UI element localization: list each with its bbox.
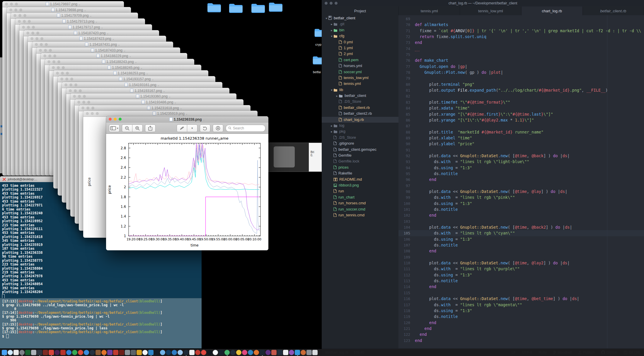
- dock-app-icon-24[interactable]: [137, 350, 142, 355]
- chevron-down-icon[interactable]: ▾: [330, 33, 333, 39]
- preview-toolbar-share-button[interactable]: [145, 124, 156, 132]
- window-titlebar[interactable]: 1.154193360.png⌄: [70, 93, 236, 100]
- dock-app-icon-51[interactable]: [295, 350, 300, 355]
- preview-window-active[interactable]: 1.154236338.png⌄ ▾▾Search marketId 1.154…: [106, 116, 268, 250]
- preview-toolbar-zoom-out-button[interactable]: [122, 124, 132, 132]
- tree-item-run_tennis-cmd[interactable]: run_tennis.cmd: [322, 212, 398, 218]
- dock-app-icon-28[interactable]: [160, 350, 165, 355]
- dock-app-icon-13[interactable]: [72, 350, 77, 355]
- dock-app-icon-26[interactable]: [148, 350, 154, 355]
- dock-app-icon-20[interactable]: [113, 350, 118, 355]
- window-titlebar[interactable]: 1.154188253.png⌄: [53, 70, 208, 76]
- dock-app-icon-34[interactable]: [195, 350, 200, 355]
- tree-item-0-yml[interactable]: 0.yml: [322, 39, 398, 45]
- tree-item-cfg[interactable]: ▾cfg: [322, 33, 398, 39]
- window-titlebar[interactable]: 1.154193167.png⌄: [66, 88, 230, 94]
- chevron-down-icon[interactable]: ▾: [330, 87, 333, 93]
- chevron-right-icon[interactable]: ▸: [330, 28, 333, 33]
- window-titlebar[interactable]: 1.154193161.png⌄: [62, 82, 222, 88]
- tree-item-soccer-yml[interactable]: soccer.yml: [322, 69, 398, 75]
- dock-app-icon-54[interactable]: [312, 350, 318, 355]
- chevron-right-icon[interactable]: ▸: [330, 21, 333, 27]
- window-titlebar[interactable]: 1.154193157.png⌄: [58, 76, 216, 82]
- preview-toolbar-rotate-left-button[interactable]: [200, 124, 210, 132]
- dock-app-icon-44[interactable]: [254, 350, 259, 355]
- tree-item-log[interactable]: ▸log: [322, 123, 398, 129]
- dock-app-icon-45[interactable]: [260, 350, 265, 355]
- dock-app-icon-32[interactable]: [183, 350, 189, 355]
- tree-item-1-yml[interactable]: 1.yml: [322, 45, 398, 51]
- tab-tennis-yml[interactable]: tennis.yml: [399, 6, 460, 15]
- dock-app-icon-47[interactable]: [271, 350, 277, 355]
- window-titlebar[interactable]: 1.154188245.png⌄: [49, 65, 202, 71]
- window-titlebar[interactable]: 1.154187433.png⌄: [36, 47, 180, 54]
- tree-item-tennis-yml[interactable]: tennis.yml: [322, 81, 398, 87]
- dock-app-icon-38[interactable]: [219, 350, 224, 355]
- tree-item-tennis_low-yml[interactable]: tennis_low.yml: [322, 75, 398, 81]
- preview-toolbar-markup-pen-button[interactable]: [177, 124, 187, 132]
- window-titlebar[interactable]: 1.154187420.png⌄: [24, 30, 159, 36]
- preview-toolbar-sidebar-view-button[interactable]: ▾: [109, 124, 120, 132]
- tree-item-betfair_client-rb[interactable]: betfair_client.rb: [322, 105, 398, 111]
- dock-app-icon-35[interactable]: [201, 350, 206, 355]
- window-titlebar[interactable]: 1.154188243.png⌄: [45, 59, 194, 65]
- tree-item--DS_Store[interactable]: .DS_Store: [322, 135, 398, 141]
- dock-app-icon-17[interactable]: [96, 350, 101, 355]
- tab-tennis_low-yml[interactable]: tennis_low.yml: [460, 6, 521, 15]
- project-tree[interactable]: ▾betfair_client▸.git▸bin▾cfg0.yml1.yml2.…: [322, 15, 399, 348]
- editor-titlebar[interactable]: chart_log.rb — ~/Development/betfair_cli…: [322, 0, 644, 7]
- dock-app-icon-21[interactable]: [119, 350, 124, 355]
- tree-item-lib[interactable]: ▾lib: [322, 87, 398, 93]
- dock-app-icon-22[interactable]: [125, 350, 130, 355]
- desktop-folder-icon[interactable]: [268, 2, 283, 13]
- tree-item-run_horses-cmd[interactable]: run_horses.cmd: [322, 200, 398, 206]
- tree-item-2-yml[interactable]: 2.yml: [322, 51, 398, 57]
- dock-app-icon-12[interactable]: [66, 350, 71, 355]
- chevron-right-icon[interactable]: ▸: [330, 129, 333, 135]
- dock-app-icon-15[interactable]: [84, 350, 89, 355]
- chevron-right-icon[interactable]: ▸: [330, 123, 333, 129]
- atom-editor-window[interactable]: chart_log.rb — ~/Development/betfair_cli…: [322, 0, 644, 356]
- tree-item-cert-pem[interactable]: cert.pem: [322, 57, 398, 63]
- dock-app-icon-52[interactable]: [301, 350, 306, 355]
- dock-app-icon-39[interactable]: [224, 350, 230, 355]
- tree-item-ribbon3-png[interactable]: ribbon3.png: [322, 182, 398, 188]
- tab-betfair_client-rb[interactable]: betfair_client.rb: [583, 6, 644, 15]
- dock-app-icon-49[interactable]: [283, 350, 288, 355]
- preview-toolbar-markup-toolbar-button[interactable]: [213, 124, 223, 132]
- tree-item-README-md[interactable]: README.md: [322, 177, 398, 182]
- search-field[interactable]: Search: [226, 125, 265, 132]
- tree-item-prices[interactable]: prices: [322, 165, 398, 170]
- preview-toolbar-markup-chevron-button[interactable]: ▾: [187, 124, 197, 132]
- tree-item-run[interactable]: run: [322, 188, 398, 194]
- dock-app-icon-42[interactable]: [242, 350, 247, 355]
- tree-item-betfair_client[interactable]: ▾betfair_client: [322, 15, 398, 21]
- dock-app-icon-36[interactable]: [207, 350, 212, 355]
- tree-item--DS_Store[interactable]: .DS_Store: [322, 99, 398, 105]
- tree-item-Gemfile-lock[interactable]: Gemfile.lock: [322, 158, 398, 164]
- dock-app-icon-27[interactable]: [154, 350, 159, 355]
- tree-item--git[interactable]: ▸.git: [322, 21, 398, 27]
- window-titlebar[interactable]: 1.154188229.png⌄: [41, 53, 188, 59]
- dock-app-icon-10[interactable]: [54, 350, 60, 355]
- dock-app-icon-48[interactable]: [277, 350, 282, 355]
- dock-app-icon-4[interactable]: [19, 350, 25, 355]
- dock-app-icon-29[interactable]: [166, 350, 171, 355]
- window-titlebar[interactable]: 1.154179709.png⌄: [11, 13, 138, 19]
- dock-app-icon-30[interactable]: [172, 350, 177, 355]
- dock-app-icon-16[interactable]: [90, 350, 95, 355]
- chevron-right-icon[interactable]: ▸: [335, 93, 339, 99]
- tree-item-chart_log-rb[interactable]: chart_log.rb: [322, 117, 398, 123]
- tree-item-betfair_client-gemspec[interactable]: betfair_client.gemspec: [322, 147, 398, 153]
- chevron-down-icon[interactable]: ⌄: [203, 118, 205, 121]
- tab-chart_log-rb[interactable]: chart_log.rb: [522, 6, 583, 15]
- dock-app-icon-43[interactable]: [248, 350, 253, 355]
- dock-app-icon-14[interactable]: [78, 350, 83, 355]
- chevron-down-icon[interactable]: ▾: [325, 16, 328, 21]
- tree-item--gitignore[interactable]: .gitignore: [322, 141, 398, 146]
- tree-item-horses-yml[interactable]: horses.yml: [322, 63, 398, 69]
- tree-item-run_chart[interactable]: run_chart: [322, 194, 398, 200]
- dock-app-icon-40[interactable]: [230, 350, 236, 355]
- dock-app-icon-33[interactable]: [189, 350, 195, 355]
- window-titlebar[interactable]: 1.154179698.png⌄: [7, 7, 131, 13]
